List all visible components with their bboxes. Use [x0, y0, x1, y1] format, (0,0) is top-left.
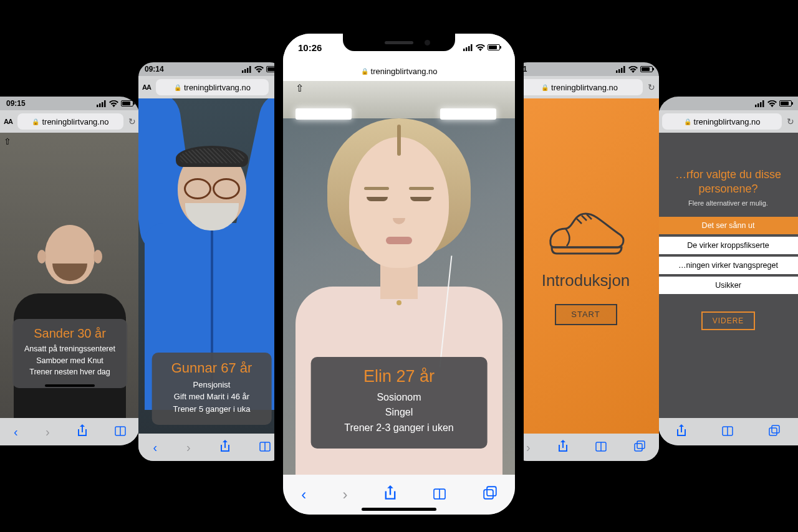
battery-icon	[121, 100, 133, 107]
battery-icon	[640, 66, 653, 72]
battery-icon	[488, 44, 500, 50]
bookmarks-button[interactable]	[433, 486, 446, 503]
share-button[interactable]	[558, 440, 568, 455]
url-field[interactable]: 🔒 treningblirtvang.no	[287, 67, 511, 76]
reload-button[interactable]: ↻	[648, 82, 655, 92]
status-time: 10:26	[298, 42, 322, 53]
svg-rect-9	[249, 66, 251, 73]
device-frame: 10:26 🔒 treningblirtvang.no ⇧	[274, 25, 524, 523]
url-text: treningblirtvang.no	[42, 117, 108, 126]
share-button[interactable]	[676, 424, 686, 440]
url-field[interactable]: 🔒 treningblirtvang.no	[17, 113, 123, 130]
safari-toolbar	[658, 418, 798, 445]
persona-line: Sosionom	[324, 390, 475, 406]
reload-button[interactable]: ↻	[787, 116, 794, 126]
url-text: treningblirtvang.no	[184, 83, 251, 92]
wifi-icon	[254, 66, 264, 73]
home-indicator[interactable]	[362, 508, 436, 511]
page-content: ⇧ Sander 30 år Ansatt på treningssentere…	[0, 133, 140, 418]
wifi-icon	[476, 44, 485, 51]
text-size-button[interactable]: AA	[142, 83, 151, 91]
signal-icon	[616, 66, 626, 73]
svg-rect-26	[762, 100, 764, 107]
back-button[interactable]: ‹	[14, 425, 18, 439]
tabs-button[interactable]	[634, 440, 645, 455]
back-button[interactable]: ‹	[153, 440, 157, 455]
forward-button: ›	[526, 440, 531, 455]
forward-button: ›	[46, 425, 50, 439]
url-field[interactable]: 🔒 treningblirtvang.no	[156, 79, 269, 95]
option-3[interactable]: Usikker	[658, 275, 798, 295]
address-bar: 🔒 treningblirtvang.no ↻	[658, 110, 798, 133]
url-text: treningblirtvang.no	[551, 83, 618, 92]
share-button[interactable]	[384, 485, 397, 504]
question-title: …rfor valgte du disse personene?	[658, 168, 798, 197]
battery-icon	[779, 100, 792, 107]
start-button[interactable]: START	[555, 304, 617, 325]
bookmarks-button[interactable]	[115, 425, 126, 439]
svg-rect-3	[104, 100, 106, 107]
home-indicator[interactable]	[45, 384, 95, 387]
option-1[interactable]: De virker kroppsfikserte	[658, 235, 798, 255]
reader-icon[interactable]: ⇧	[296, 82, 304, 94]
address-bar: AA 🔒 treningblirtvang.no ↻	[138, 76, 285, 98]
svg-rect-32	[466, 47, 468, 51]
svg-rect-8	[247, 68, 249, 73]
lock-icon: 🔒	[361, 68, 368, 75]
status-indicators	[616, 66, 653, 73]
forward-button: ›	[186, 440, 191, 455]
svg-rect-23	[755, 105, 757, 107]
reader-icon[interactable]: ⇧	[4, 136, 11, 146]
persona-line: Gift med Marit i 46 år	[163, 391, 261, 403]
bookmarks-button[interactable]	[259, 440, 271, 455]
status-indicators	[755, 100, 792, 107]
persona-line: Singel	[324, 405, 475, 420]
page-content: Elin 27 år Sosionom Singel Trener 2-3 ga…	[283, 81, 515, 475]
question-subtitle: Flere alternativer er mulig.	[658, 199, 798, 207]
tabs-button[interactable]	[483, 486, 497, 503]
option-0[interactable]: Det ser sånn ut	[658, 216, 798, 235]
persona-card: Elin 27 år Sosionom Singel Trener 2-3 ga…	[311, 357, 488, 449]
url-field[interactable]: 🔒 treningblirtvang.no	[662, 113, 782, 130]
share-button[interactable]	[77, 424, 87, 440]
bookmarks-button[interactable]	[722, 425, 733, 439]
status-bar	[658, 97, 798, 110]
status-bar: 09:14	[138, 62, 285, 76]
persona-line: Trener 2-3 ganger i uken	[324, 420, 475, 436]
tabs-button[interactable]	[769, 425, 780, 439]
svg-rect-30	[772, 425, 779, 433]
lock-icon: 🔒	[32, 118, 39, 125]
next-button[interactable]: VIDERE	[701, 311, 755, 330]
page-content: Introduksjon START	[512, 98, 659, 434]
phone-elin: 10:26 🔒 treningblirtvang.no ⇧	[274, 25, 524, 523]
bookmarks-button[interactable]	[595, 440, 607, 455]
option-2[interactable]: …ningen virker tvangspreget	[658, 255, 798, 275]
status-indicators	[242, 66, 279, 73]
status-time: 09:14	[145, 65, 164, 74]
reload-button[interactable]: ↻	[128, 116, 136, 126]
address-bar: AA 🔒 treningblirtvang.no ↻	[0, 110, 140, 133]
wifi-icon	[767, 100, 777, 107]
text-size-button[interactable]: AA	[4, 118, 12, 125]
phone-intro: 11 🔒 treningblirtvang.no ↻ Introduksjon …	[512, 62, 659, 461]
svg-rect-6	[242, 70, 244, 73]
address-bar: 🔒 treningblirtvang.no	[283, 61, 515, 81]
back-button[interactable]: ‹	[301, 486, 306, 503]
share-button[interactable]	[220, 440, 230, 455]
safari-toolbar: ›	[512, 434, 659, 461]
status-time: 09:15	[6, 99, 26, 108]
safari-toolbar: ‹ ›	[0, 418, 140, 445]
shoe-icon	[546, 207, 627, 257]
url-text: treningblirtvang.no	[694, 117, 761, 126]
svg-rect-22	[637, 441, 645, 449]
phone-sander: 09:15 AA 🔒 treningblirtvang.no ↻ ⇧ Sande…	[0, 97, 140, 445]
lock-icon: 🔒	[174, 84, 181, 91]
svg-rect-1	[99, 103, 101, 107]
svg-rect-12	[616, 70, 618, 73]
svg-rect-25	[760, 102, 762, 107]
persona-name: Sander 30 år	[24, 326, 116, 341]
address-bar: 🔒 treningblirtvang.no ↻	[512, 76, 659, 98]
page-content: Gunnar 67 år Pensjonist Gift med Marit i…	[138, 98, 285, 434]
page-content: …rfor valgte du disse personene? Flere a…	[658, 133, 798, 418]
url-field[interactable]: 🔒 treningblirtvang.no	[516, 79, 643, 95]
